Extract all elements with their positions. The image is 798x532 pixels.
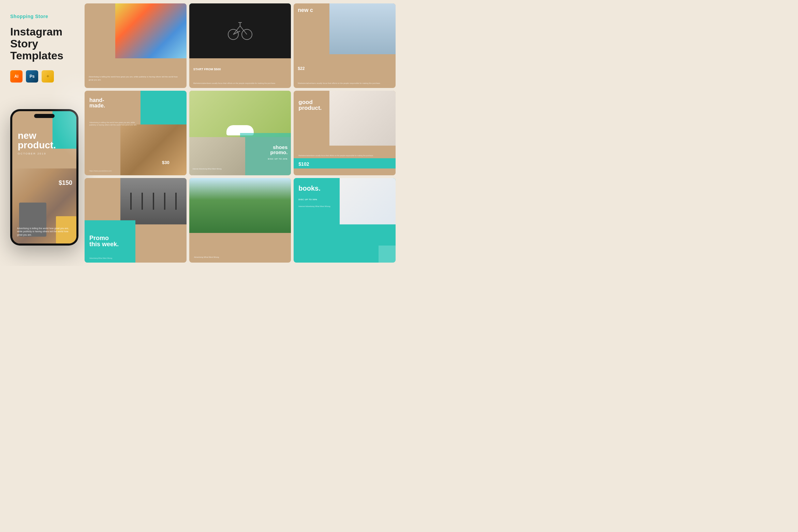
card5-shoes-bg <box>189 91 291 137</box>
card6-text: Marketers/advertisers usually focus thei… <box>298 154 391 157</box>
card5-disc-text: DISC UP TO 20% <box>268 158 288 160</box>
card9-disc: DISC UP TO 50% <box>298 198 317 201</box>
template-card-4: hand- made. Advertising is telling the w… <box>85 91 187 175</box>
title-line1: Instagram Story Templates <box>10 26 72 62</box>
template-card-2: START FROM $500 Marketers/advertisers us… <box>189 3 291 88</box>
card4-footer: https://www.yoursitehere.com <box>89 170 182 172</box>
svg-line-3 <box>240 26 247 34</box>
card8-forest-bg <box>189 178 291 233</box>
card8-forest-image <box>189 178 291 233</box>
card4-basket-image <box>120 124 187 175</box>
ai-icon: Ai <box>10 70 23 83</box>
phone-product-title: new product. <box>18 131 71 150</box>
card9-corner-accent <box>379 246 396 263</box>
phone-date: OCTOBER 2019 <box>18 152 71 155</box>
card9-books-bg <box>340 178 396 224</box>
card3-person-image <box>329 3 396 54</box>
card3-person-bg <box>329 3 396 54</box>
main-title: Instagram Story Templates <box>10 25 72 62</box>
template-card-5: shoes promo. DISC UP TO 20% Internet Adv… <box>189 91 291 175</box>
card6-product-image <box>329 91 396 146</box>
card4-price: $30 <box>162 160 169 165</box>
card2-text: Marketers/advertisers usually focus thei… <box>193 82 287 85</box>
card9-title: books. <box>298 185 320 192</box>
phone-notch <box>34 114 55 118</box>
template-grid: Advertising is telling the world how gre… <box>85 3 396 263</box>
card9-books-image <box>340 178 396 224</box>
brand-label: Shopping Store <box>10 14 72 19</box>
card1-fabric-image <box>115 3 187 58</box>
phone-mockup: new product. OCTOBER 2019 $150 Advertisi… <box>10 109 78 246</box>
template-card-9: books. DISC UP TO 50% Internet Advertisi… <box>294 178 396 263</box>
card3-new-text: new c <box>298 8 313 13</box>
phone-description: Advertising is telling the world how gre… <box>17 227 72 237</box>
card7-clothes-bg <box>120 178 187 224</box>
card2-price: START FROM $500 <box>193 68 221 71</box>
software-icons: Ai Ps ✦ <box>10 70 72 83</box>
card5-text: Internet Advertising What Went Wrong <box>193 168 222 170</box>
card4-title: hand- made. <box>89 98 105 108</box>
phone-screen: new product. OCTOBER 2019 $150 Advertisi… <box>12 111 76 243</box>
template-card-6: good product. Marketers/advertisers usua… <box>294 91 396 175</box>
card4-basket-bg <box>120 124 187 175</box>
card6-product-bg <box>329 91 396 146</box>
card4-body: Advertising is telling the world how gre… <box>89 121 140 126</box>
bike-svg <box>226 21 254 41</box>
card4-teal-block <box>141 91 186 129</box>
card6-price: $102 <box>298 161 309 167</box>
card8-text: Advertising What Went Wrong <box>194 256 286 258</box>
left-panel: Shopping Store Instagram Story Templates… <box>0 0 82 266</box>
card3-price: $22 <box>298 66 305 71</box>
ps-icon: Ps <box>26 70 38 83</box>
card2-bike-image <box>189 3 291 58</box>
card7-title: Promo this week. <box>89 235 119 247</box>
card1-text: Advertising is telling the world how gre… <box>89 75 182 81</box>
svg-line-2 <box>233 26 240 34</box>
card5-title: shoes promo. <box>270 145 287 155</box>
card6-title: good product. <box>298 99 322 111</box>
sketch-icon: ✦ <box>42 70 54 83</box>
template-card-3: new c $22 Marketers/advertisers usually … <box>294 3 396 88</box>
card9-text: Internet Advertising What Went Wrong <box>298 205 391 208</box>
card7-clothes-image <box>120 178 187 224</box>
card5-shoes-top <box>189 91 291 137</box>
card7-footer: Advertising What Went Wrong <box>89 257 182 259</box>
template-card-8: Advertising What Went Wrong <box>189 178 291 263</box>
template-card-1: Advertising is telling the world how gre… <box>85 3 187 88</box>
template-card-7: Promo this week. Advertising What Went W… <box>85 178 187 263</box>
card3-text: Marketers/advertisers usually focus thei… <box>298 82 391 85</box>
phone-price: $150 <box>59 179 72 187</box>
